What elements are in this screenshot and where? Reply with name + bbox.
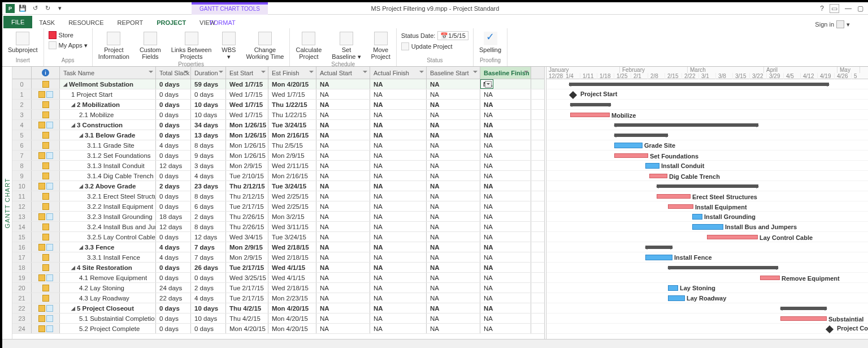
row-number[interactable]: 4	[12, 120, 32, 130]
col-est-finish[interactable]: Est Finish	[268, 67, 316, 79]
task-bar[interactable]: Dig Cable Trench	[649, 174, 667, 178]
cell-actual-start[interactable]: NA	[316, 273, 370, 282]
custom-fields-button[interactable]: Custom Fields	[137, 31, 163, 61]
cell-est-start[interactable]: Tue 2/17/15	[226, 263, 268, 272]
cell-est-finish[interactable]: Tue 3/24/15	[268, 232, 316, 242]
table-row[interactable]: 11 Project Start0 days0 daysWed 1/7/15We…	[12, 89, 544, 100]
cell-baseline-start[interactable]: NA	[427, 263, 480, 272]
summary-bar[interactable]	[780, 307, 827, 310]
cell-actual-start[interactable]: NA	[316, 222, 370, 231]
cell-est-finish[interactable]: Mon 4/20/15	[268, 79, 316, 89]
cell-actual-finish[interactable]: NA	[370, 191, 427, 201]
cell-est-start[interactable]: Mon 1/26/15	[226, 120, 268, 130]
table-row[interactable]: 63.1.1 Grade Site4 days8 daysMon 1/26/15…	[12, 140, 544, 151]
cell-duration[interactable]: 12 days	[191, 232, 226, 242]
cell-slack[interactable]: 0 days	[156, 232, 191, 242]
cell-est-finish[interactable]: Mon 2/16/15	[268, 130, 316, 140]
task-name-cell[interactable]: ◢3.1 Below Grade	[60, 130, 156, 140]
cell-actual-start[interactable]: NA	[316, 212, 370, 221]
task-name-cell[interactable]: 3.3.1 Install Fence	[60, 252, 156, 262]
cell-duration[interactable]: 9 days	[191, 151, 226, 160]
table-row[interactable]: 5◢3.1 Below Grade0 days13 daysMon 1/26/1…	[12, 130, 544, 140]
cell-actual-finish[interactable]: NA	[370, 263, 427, 272]
cell-baseline-start[interactable]: NA	[427, 313, 480, 323]
task-bar[interactable]: Mobilize	[570, 113, 610, 117]
cell-est-start[interactable]: Thu 2/26/15	[226, 222, 268, 231]
cell-actual-start[interactable]: NA	[316, 293, 370, 303]
cell-slack[interactable]: 24 days	[156, 283, 191, 293]
table-row[interactable]: 4◢3 Construction0 days34 daysMon 1/26/15…	[12, 120, 544, 130]
col-duration[interactable]: Duration	[191, 67, 226, 79]
project-information-button[interactable]: Project Information	[96, 31, 132, 61]
cell-actual-finish[interactable]: NA	[370, 130, 427, 140]
task-name-cell[interactable]: 4.3 Lay Roadway	[60, 293, 156, 303]
cell-baseline-finish-active[interactable]: NA	[480, 79, 531, 89]
task-bar[interactable]: Install Bus and Jumpers	[692, 224, 723, 230]
cell-est-start[interactable]: Tue 2/17/15	[226, 293, 268, 303]
row-number[interactable]: 12	[12, 201, 32, 211]
cell-slack[interactable]: 2 days	[156, 181, 191, 191]
cell-actual-start[interactable]: NA	[316, 181, 370, 191]
cell-duration[interactable]: 8 days	[191, 140, 226, 150]
table-row[interactable]: 235.1 Substaintial Completio0 days10 day…	[12, 313, 544, 324]
tab-file[interactable]: FILE	[3, 16, 32, 28]
cell-baseline-start[interactable]: NA	[427, 171, 480, 181]
ribbon-display-options-icon[interactable]: ▭	[830, 4, 839, 13]
cell-baseline-start[interactable]: NA	[427, 89, 480, 99]
cell-slack[interactable]: 0 days	[156, 120, 191, 130]
col-total-slack[interactable]: Total Slack	[156, 67, 191, 79]
task-name-cell[interactable]: 3.2.4 Install Bus and Jum	[60, 222, 156, 231]
cell-est-finish[interactable]: Mon 4/20/15	[268, 303, 316, 313]
task-name-cell[interactable]: 3.1.3 Install Conduit	[60, 161, 156, 170]
tab-resource[interactable]: RESOURCE	[62, 17, 110, 28]
cell-est-start[interactable]: Mon 2/9/15	[226, 161, 268, 170]
cell-actual-start[interactable]: NA	[316, 161, 370, 170]
table-row[interactable]: 133.2.3 Install Grounding18 days2 daysTh…	[12, 212, 544, 222]
table-row[interactable]: 113.2.1 Erect Steel Structu0 days8 daysT…	[12, 191, 544, 201]
redo-icon[interactable]: ↻	[43, 4, 52, 13]
cell-slack[interactable]: 0 days	[156, 303, 191, 313]
cell-baseline-start[interactable]: NA	[427, 79, 480, 89]
table-row[interactable]: 143.2.4 Install Bus and Jum12 days8 days…	[12, 222, 544, 232]
task-name-cell[interactable]: 3.2.2 Install Equipment	[60, 201, 156, 211]
qat-dropdown-icon[interactable]: ▾	[55, 4, 64, 13]
row-number[interactable]: 22	[12, 303, 32, 313]
cell-baseline-start[interactable]: NA	[427, 222, 480, 231]
cell-slack[interactable]: 0 days	[156, 130, 191, 140]
table-row[interactable]: 10◢3.2 Above Grade2 days23 daysThu 2/12/…	[12, 181, 544, 191]
cell-actual-finish[interactable]: NA	[370, 293, 427, 303]
col-actual-finish[interactable]: Actual Finish	[370, 67, 427, 79]
cell-actual-start[interactable]: NA	[316, 201, 370, 211]
summary-bar[interactable]	[645, 246, 672, 249]
task-bar[interactable]: Lay Roadway	[668, 295, 685, 301]
cell-slack[interactable]: 12 days	[156, 161, 191, 170]
row-number[interactable]: 1	[12, 89, 32, 99]
cell-slack[interactable]: 0 days	[156, 151, 191, 160]
cell-baseline-finish[interactable]: NA	[480, 273, 531, 282]
cell-baseline-finish[interactable]: NA	[480, 222, 531, 231]
cell-est-finish[interactable]: Wed 4/1/15	[268, 273, 316, 282]
gantt-area[interactable]: JanuaryFebruaryMarchAprilMay 12/281/41/1…	[546, 67, 868, 339]
table-row[interactable]: 214.3 Lay Roadway22 days4 daysTue 2/17/1…	[12, 293, 544, 303]
cell-duration[interactable]: 0 days	[191, 89, 226, 99]
cell-est-start[interactable]: Wed 3/25/15	[226, 273, 268, 282]
cell-baseline-finish[interactable]: NA	[480, 201, 531, 211]
cell-est-finish[interactable]: Wed 2/18/15	[268, 252, 316, 262]
table-row[interactable]: 153.2.5 Lay Control Cable0 days12 daysWe…	[12, 232, 544, 242]
task-name-cell[interactable]: ◢3.2 Above Grade	[60, 181, 156, 191]
cell-baseline-start[interactable]: NA	[427, 201, 480, 211]
cell-est-start[interactable]: Mon 4/20/15	[226, 324, 268, 333]
cell-actual-start[interactable]: NA	[316, 252, 370, 262]
cell-actual-start[interactable]: NA	[316, 100, 370, 109]
cell-slack[interactable]: 0 days	[156, 171, 191, 181]
help-icon[interactable]: ?	[820, 5, 824, 12]
cell-actual-finish[interactable]: NA	[370, 273, 427, 282]
task-bar[interactable]: Install Grounding	[692, 214, 702, 220]
cell-duration[interactable]: 8 days	[191, 191, 226, 201]
cell-slack[interactable]: 0 days	[156, 191, 191, 201]
cell-actual-finish[interactable]: NA	[370, 79, 427, 89]
sign-in-link[interactable]: Sign in	[815, 21, 834, 28]
cell-est-start[interactable]: Thu 4/2/15	[226, 313, 268, 323]
table-row[interactable]: 204.2 Lay Stoning24 days2 daysTue 2/17/1…	[12, 283, 544, 293]
row-number[interactable]: 24	[12, 324, 32, 333]
